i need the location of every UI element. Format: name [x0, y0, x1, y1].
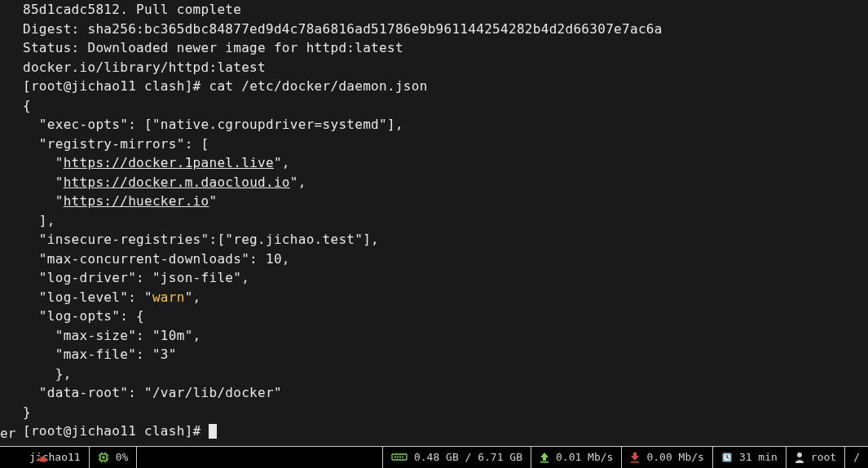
text: "log-level": " [23, 289, 152, 305]
uptime-text: 31 min [739, 448, 778, 467]
output-line: ], [23, 211, 868, 231]
svg-rect-16 [540, 461, 549, 463]
output-line: "insecure-registries":["reg.jichao.test"… [23, 230, 868, 249]
output-line: "data-root": "/var/lib/docker" [23, 383, 868, 403]
memory-text: 0.48 GB / 6.71 GB [414, 448, 522, 467]
left-edge-label: er [0, 424, 15, 444]
svg-rect-2 [102, 457, 104, 459]
output-line: "log-opts": { [23, 307, 868, 326]
clock-icon [721, 452, 733, 463]
status-net-down[interactable]: 0.00 Mb/s [622, 447, 712, 468]
statusbar-separator [136, 447, 137, 468]
status-net-up[interactable]: 0.01 Mb/s [531, 447, 621, 468]
redhat-icon [36, 454, 49, 464]
output-line: "https://docker.1panel.live", [23, 153, 868, 173]
path-text: / [853, 448, 860, 467]
svg-point-22 [797, 453, 802, 457]
status-path[interactable]: / [845, 447, 868, 468]
prompt-line: [root@jichao11 clash]# [23, 422, 868, 441]
text: ", [290, 174, 306, 190]
mirror-url[interactable]: https://docker.1panel.live [64, 155, 274, 170]
user-icon [795, 452, 804, 463]
output-line: 85d1cadc5812. Pull complete [23, 0, 868, 20]
status-uptime[interactable]: 31 min [713, 447, 786, 468]
output-line: "https://docker.m.daocloud.io", [23, 173, 868, 192]
output-line: "https://huecker.io" [23, 192, 868, 211]
output-line: "max-concurrent-downloads": 10, [23, 249, 868, 269]
text: ", [274, 155, 290, 170]
output-line: "max-size": "10m", [23, 326, 868, 346]
shell-prompt: [root@jichao11 clash]# [23, 423, 209, 439]
shell-prompt: [root@jichao11 clash]# [23, 78, 209, 94]
terminal-output[interactable]: 85d1cadc5812. Pull completeDigest: sha25… [0, 0, 868, 441]
log-level-value: warn [152, 289, 185, 305]
status-hostname[interactable]: jichao11 [0, 447, 89, 468]
cpu-text: 0% [116, 448, 129, 467]
user-text: root [811, 448, 836, 467]
svg-rect-17 [631, 461, 639, 463]
svg-rect-11 [392, 454, 407, 460]
status-user[interactable]: root [786, 447, 844, 468]
output-line: "exec-opts": ["native.cgroupdriver=syste… [23, 115, 868, 135]
prompt-line: [root@jichao11 clash]# cat /etc/docker/d… [23, 77, 868, 96]
cpu-icon [98, 452, 109, 463]
shell-command: cat /etc/docker/daemon.json [209, 78, 427, 94]
memory-icon [391, 453, 408, 462]
text: " [23, 193, 64, 209]
output-line: "registry-mirrors": [ [23, 135, 868, 154]
upload-icon [540, 452, 549, 463]
mirror-url[interactable]: https://docker.m.daocloud.io [64, 174, 290, 190]
svg-point-0 [37, 457, 42, 459]
text: " [23, 174, 64, 190]
mirror-url[interactable]: https://huecker.io [64, 193, 209, 209]
statusbar: jichao11 0% 0.48 GB / 6.71 GB 0.01 Mb/s … [0, 447, 868, 468]
cursor[interactable] [209, 424, 217, 439]
text: " [23, 155, 64, 170]
output-line: } [23, 403, 868, 422]
output-line: "max-file": "3" [23, 345, 868, 364]
status-memory[interactable]: 0.48 GB / 6.71 GB [383, 447, 531, 468]
output-line: { [23, 96, 868, 116]
output-line: docker.io/library/httpd:latest [23, 58, 868, 77]
text: " [209, 193, 217, 209]
download-icon [630, 452, 640, 463]
net-up-text: 0.01 Mb/s [556, 448, 613, 467]
output-line: }, [23, 364, 868, 384]
output-line: "log-level": "warn", [23, 288, 868, 307]
net-down-text: 0.00 Mb/s [646, 448, 703, 467]
status-cpu[interactable]: 0% [90, 447, 137, 468]
output-line: "log-driver": "json-file", [23, 268, 868, 288]
text: ", [185, 289, 201, 305]
output-line: Digest: sha256:bc365dbc84877ed9d4c78a681… [23, 20, 868, 39]
output-line: Status: Downloaded newer image for httpd… [23, 38, 868, 58]
